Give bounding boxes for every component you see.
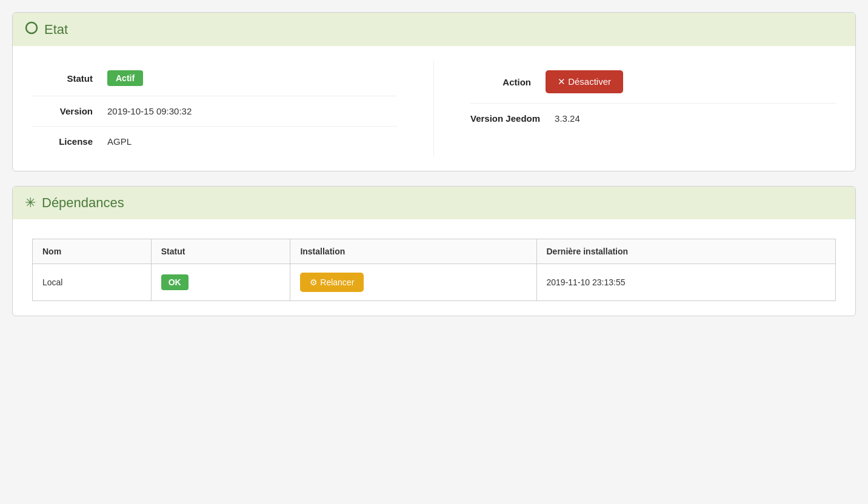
row-nom: Local [33,264,152,301]
statut-label: Statut [32,73,93,84]
etat-left-col: Statut Actif Version 2019-10-15 09:30:32… [32,61,434,156]
dependances-card-header: ✳ Dépendances [13,187,855,219]
version-jeedom-label: Version Jeedom [470,113,540,124]
ok-badge: OK [161,274,189,290]
etat-info-grid: Statut Actif Version 2019-10-15 09:30:32… [32,61,836,156]
license-value: AGPL [107,136,132,147]
license-label: License [32,136,93,147]
license-row: License AGPL [32,127,397,156]
col-nom: Nom [33,239,152,264]
etat-card-body: Statut Actif Version 2019-10-15 09:30:32… [13,46,855,171]
statut-badge: Actif [107,70,143,86]
version-row: Version 2019-10-15 09:30:32 [32,96,397,126]
version-jeedom-row: Version Jeedom 3.3.24 [470,104,836,133]
col-installation: Installation [290,239,536,264]
table-row: Local OK ⚙ Relancer 2019-11-10 23:13:55 [33,264,836,301]
svg-point-0 [26,22,37,33]
etat-right-col: Action ✕ Désactiver Version Jeedom 3.3.2… [434,61,836,156]
row-derniere-installation: 2019-11-10 23:13:55 [536,264,836,301]
col-derniere-installation: Dernière installation [536,239,836,264]
dependances-card-body: Nom Statut Installation Dernière install… [13,219,855,316]
circle-icon [25,21,38,38]
row-statut: OK [151,264,290,301]
dependances-title: Dépendances [42,195,124,211]
dependances-table: Nom Statut Installation Dernière install… [32,239,836,301]
col-statut: Statut [151,239,290,264]
gear-icon: ✳ [25,195,36,211]
action-label: Action [470,77,531,87]
version-value: 2019-10-15 09:30:32 [107,106,192,116]
etat-card-header: Etat [13,13,855,46]
action-row: Action ✕ Désactiver [470,61,836,103]
desactiver-button[interactable]: ✕ Désactiver [546,70,623,93]
version-jeedom-value: 3.3.24 [555,113,580,124]
etat-card: Etat Statut Actif Version 2019-10-15 09:… [12,12,856,171]
etat-title: Etat [44,22,68,38]
relancer-button[interactable]: ⚙ Relancer [300,273,364,292]
row-installation: ⚙ Relancer [290,264,536,301]
statut-row: Statut Actif [32,61,397,96]
dependances-card: ✳ Dépendances Nom Statut Installation De… [12,186,856,316]
version-label: Version [32,106,93,116]
